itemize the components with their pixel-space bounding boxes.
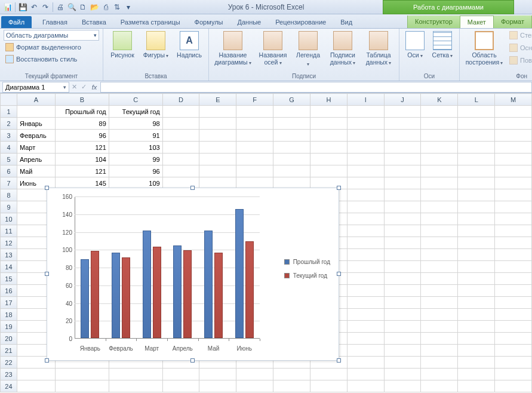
picture-button[interactable]: Рисунок: [107, 30, 138, 60]
bar-series2[interactable]: [245, 241, 254, 338]
row-header[interactable]: 2: [1, 118, 17, 130]
row-header[interactable]: 5: [1, 153, 17, 165]
row-header[interactable]: 14: [1, 261, 17, 273]
open-icon[interactable]: 📂: [89, 2, 100, 13]
data-labels-button[interactable]: Подписи данных: [326, 30, 359, 68]
tab-home[interactable]: Главная: [35, 16, 75, 28]
tab-review[interactable]: Рецензирование: [268, 16, 333, 28]
resize-handle[interactable]: [45, 186, 49, 190]
chart-object[interactable]: Прошлый год Текущий год 0204060801001201…: [47, 188, 339, 361]
row-header[interactable]: 24: [1, 380, 17, 392]
name-box[interactable]: Диаграмма 1 ▾: [2, 82, 69, 93]
bar-series1[interactable]: [143, 231, 151, 338]
row-header[interactable]: 19: [1, 321, 17, 333]
legend-button[interactable]: Легенда: [293, 30, 324, 69]
axes-button[interactable]: Оси: [403, 30, 427, 61]
chart-floor-button[interactable]: Основание диагра: [508, 42, 532, 53]
row-header[interactable]: 11: [1, 225, 17, 237]
bar-series2[interactable]: [122, 257, 130, 338]
gridlines-button[interactable]: Сетка: [429, 30, 456, 61]
tab-layout[interactable]: Макет: [460, 16, 494, 28]
bar-series2[interactable]: [183, 250, 192, 338]
col-header[interactable]: J: [384, 94, 421, 106]
bar-series1[interactable]: [173, 245, 182, 338]
bar-series1[interactable]: [81, 259, 89, 338]
qat-more-icon[interactable]: ▾: [123, 2, 134, 13]
col-header[interactable]: B: [55, 94, 109, 106]
resize-handle[interactable]: [337, 272, 341, 276]
row-header[interactable]: 17: [1, 297, 17, 309]
row-header[interactable]: 13: [1, 249, 17, 261]
quick-print-icon[interactable]: ⎙: [100, 2, 111, 13]
row-header[interactable]: 1: [1, 106, 17, 118]
resize-handle[interactable]: [337, 186, 341, 190]
bar-series2[interactable]: [91, 251, 99, 338]
bar-series1[interactable]: [112, 253, 120, 338]
excel-icon[interactable]: 📊: [2, 2, 13, 13]
col-header[interactable]: M: [495, 94, 532, 106]
row-header[interactable]: 15: [1, 273, 17, 285]
row-header[interactable]: 21: [1, 345, 17, 357]
tab-insert[interactable]: Вставка: [75, 16, 113, 28]
resize-handle[interactable]: [190, 186, 195, 190]
rotation-button[interactable]: Поворот объёмно: [508, 55, 532, 66]
resize-handle[interactable]: [337, 358, 341, 363]
format-selection-button[interactable]: Формат выделенного: [4, 42, 99, 53]
tab-design[interactable]: Конструктор: [408, 16, 460, 28]
row-header[interactable]: 23: [1, 369, 17, 380]
bar-series1[interactable]: [204, 231, 213, 338]
tab-view[interactable]: Вид: [333, 16, 359, 28]
sort-icon[interactable]: ⇅: [112, 2, 122, 13]
redo-icon[interactable]: ↷: [40, 2, 51, 13]
bar-series1[interactable]: [235, 209, 244, 338]
legend-item[interactable]: Прошлый год: [284, 259, 330, 265]
textbox-button[interactable]: A Надпись: [174, 30, 205, 60]
formula-accept-icon[interactable]: ✓: [79, 83, 88, 91]
axis-titles-button[interactable]: Названия осей: [256, 30, 290, 68]
col-header[interactable]: F: [236, 94, 273, 106]
formula-input[interactable]: [100, 82, 532, 93]
col-header[interactable]: G: [273, 94, 310, 106]
col-header[interactable]: E: [199, 94, 236, 106]
plot-area-button[interactable]: Область построения: [463, 30, 505, 68]
col-header[interactable]: A: [17, 94, 55, 106]
row-header[interactable]: 4: [1, 142, 17, 153]
tab-formulas[interactable]: Формулы: [187, 16, 230, 28]
col-header[interactable]: K: [421, 94, 458, 106]
bar-series2[interactable]: [153, 247, 161, 338]
col-header[interactable]: I: [347, 94, 384, 106]
data-table-button[interactable]: Таблица данных: [362, 30, 395, 68]
row-header[interactable]: 10: [1, 213, 17, 225]
select-all-corner[interactable]: [1, 94, 17, 106]
row-header[interactable]: 16: [1, 285, 17, 297]
row-header[interactable]: 12: [1, 237, 17, 249]
row-header[interactable]: 6: [1, 165, 17, 177]
fx-icon[interactable]: fx: [88, 84, 100, 91]
legend-item[interactable]: Текущий год: [284, 272, 330, 279]
row-header[interactable]: 8: [1, 189, 17, 201]
col-header[interactable]: L: [458, 94, 495, 106]
formula-cancel-icon[interactable]: ✕: [69, 83, 79, 91]
tab-data[interactable]: Данные: [230, 16, 268, 28]
bar-series2[interactable]: [214, 253, 223, 338]
row-header[interactable]: 7: [1, 177, 17, 189]
print-icon[interactable]: 🖨: [55, 2, 66, 13]
row-header[interactable]: 22: [1, 357, 17, 369]
chart-wall-button[interactable]: Стенка диаграммы: [508, 30, 532, 41]
name-box-caret-icon[interactable]: ▾: [63, 84, 66, 90]
row-header[interactable]: 3: [1, 130, 17, 142]
col-header[interactable]: C: [109, 94, 162, 106]
resize-handle[interactable]: [45, 272, 49, 276]
preview-icon[interactable]: 🔍: [66, 2, 77, 13]
tab-page-layout[interactable]: Разметка страницы: [113, 16, 187, 28]
undo-icon[interactable]: ↶: [29, 2, 39, 13]
legend[interactable]: Прошлый год Текущий год: [284, 259, 330, 286]
chart-title-button[interactable]: Название диаграммы: [213, 30, 253, 68]
tab-file[interactable]: Файл: [1, 16, 32, 28]
new-icon[interactable]: 🗋: [78, 2, 88, 13]
row-header[interactable]: 20: [1, 333, 17, 345]
save-icon[interactable]: 💾: [17, 2, 28, 13]
resize-handle[interactable]: [45, 358, 49, 363]
row-header[interactable]: 9: [1, 201, 17, 213]
tab-format[interactable]: Формат: [494, 16, 531, 28]
